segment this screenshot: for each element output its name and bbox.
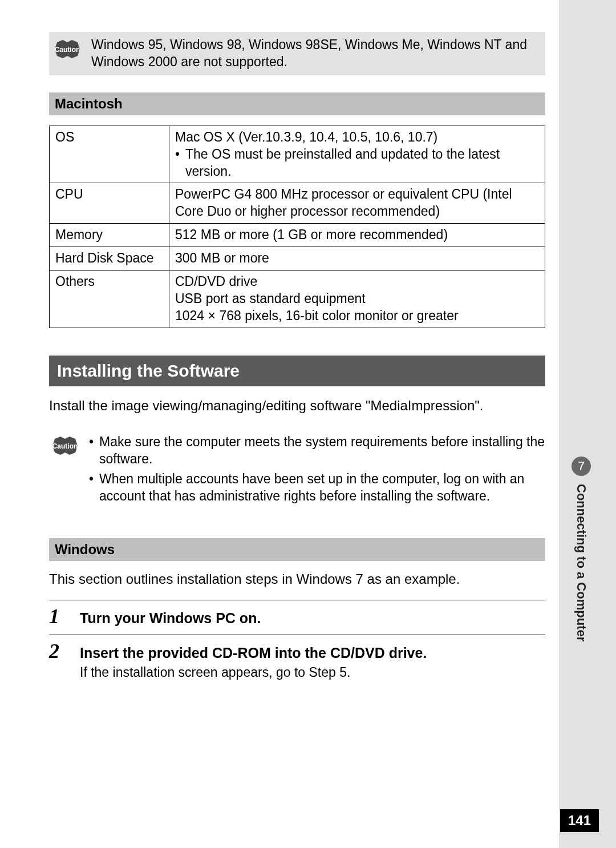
step-number: 2 [49, 641, 80, 661]
table-row: CPU PowerPC G4 800 MHz processor or equi… [50, 183, 545, 224]
mac-spec-table: OS Mac OS X (Ver.10.3.9, 10.4, 10.5, 10.… [49, 126, 545, 328]
page-content: Caution Windows 95, Windows 98, Windows … [49, 32, 545, 688]
windows-intro-paragraph: This section outlines installation steps… [49, 571, 545, 587]
spec-key: OS [50, 126, 169, 183]
spec-key: Others [50, 270, 169, 328]
step-number: 1 [49, 606, 80, 627]
caution-icon: Caution [51, 38, 83, 60]
bullet-icon: • [175, 146, 185, 180]
spec-key: CPU [50, 183, 169, 224]
table-row: OS Mac OS X (Ver.10.3.9, 10.4, 10.5, 10.… [50, 126, 545, 183]
spec-key: Hard Disk Space [50, 247, 169, 270]
chapter-tab-label: Connecting to a Computer [574, 484, 589, 641]
table-row: Memory 512 MB or more (1 GB or more reco… [50, 224, 545, 247]
caution-icon: Caution [49, 434, 81, 457]
bullet-icon: • [89, 470, 99, 505]
page-number: 141 [560, 809, 599, 832]
step-item: 1 Turn your Windows PC on. [49, 600, 545, 635]
chapter-number-badge: 7 [572, 457, 591, 476]
caution-label: Caution [55, 46, 80, 54]
step-title: Insert the provided CD-ROM into the CD/D… [80, 645, 427, 661]
spec-key: Memory [50, 224, 169, 247]
spec-value-line: Mac OS X (Ver.10.3.9, 10.4, 10.5, 10.6, … [175, 130, 437, 144]
install-intro-paragraph: Install the image viewing/managing/editi… [49, 397, 545, 415]
caution-list-item: When multiple accounts have been set up … [99, 470, 545, 505]
caution-label: Caution [52, 442, 78, 450]
caution-box-unsupported-os: Caution Windows 95, Windows 98, Windows … [49, 32, 545, 75]
section-heading-installing: Installing the Software [49, 356, 545, 386]
right-margin-bar [559, 0, 616, 848]
spec-value-bullet: The OS must be preinstalled and updated … [185, 146, 539, 180]
spec-value: 512 MB or more (1 GB or more recommended… [169, 224, 545, 247]
spec-value: Mac OS X (Ver.10.3.9, 10.4, 10.5, 10.6, … [169, 126, 545, 183]
spec-value: CD/DVD drive USB port as standard equipm… [169, 270, 545, 328]
bullet-icon: • [89, 433, 99, 468]
spec-value: PowerPC G4 800 MHz processor or equivale… [169, 183, 545, 224]
table-row: Hard Disk Space 300 MB or more [50, 247, 545, 270]
caution-box-install: Caution •Make sure the computer meets th… [49, 431, 545, 509]
section-heading-macintosh: Macintosh [49, 92, 545, 115]
step-subtext: If the installation screen appears, go t… [80, 665, 545, 680]
section-heading-windows: Windows [49, 538, 545, 561]
caution-text: Windows 95, Windows 98, Windows 98SE, Wi… [91, 37, 540, 71]
caution-list-item: Make sure the computer meets the system … [99, 433, 545, 468]
caution-list: •Make sure the computer meets the system… [89, 433, 545, 507]
spec-value-line: USB port as standard equipment [175, 291, 366, 306]
step-title: Turn your Windows PC on. [80, 610, 261, 627]
spec-value-line: CD/DVD drive [175, 274, 257, 289]
spec-value-line: 1024 × 768 pixels, 16-bit color monitor … [175, 308, 459, 323]
table-row: Others CD/DVD drive USB port as standard… [50, 270, 545, 328]
spec-value: 300 MB or more [169, 247, 545, 270]
step-item: 2 Insert the provided CD-ROM into the CD… [49, 635, 545, 688]
